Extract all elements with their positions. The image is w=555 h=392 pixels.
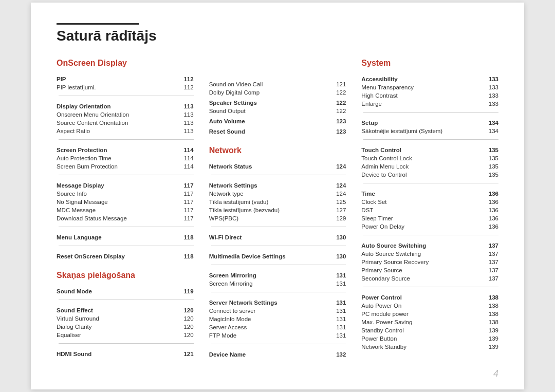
toc-item-row: Power On Delay136 xyxy=(361,222,498,231)
toc-header-row: Multimedia Device Settings130 xyxy=(209,250,346,260)
toc-header-row: Display Orientation113 xyxy=(57,100,194,110)
section-title: Skaņas pielāgošana xyxy=(57,271,194,280)
toc-item-label: Power Button xyxy=(361,334,481,343)
toc-item-row: Server Access131 xyxy=(209,323,346,331)
toc-item-row: High Contrast133 xyxy=(361,91,498,100)
toc-header-label: Auto Source Switching xyxy=(361,239,481,250)
toc-item-page: 120 xyxy=(163,314,193,323)
toc-item-label: Tīkla iestatījumi (vadu) xyxy=(209,198,328,206)
toc-item-page: 131 xyxy=(327,279,346,288)
toc-item-label: Clock Set xyxy=(361,198,481,206)
toc-item-row: PC module power138 xyxy=(361,310,498,318)
toc-item-page: 113 xyxy=(174,127,194,135)
toc-header-label: HDMI Sound xyxy=(57,348,163,358)
toc-item-page: 117 xyxy=(174,190,194,198)
toc-item-row: Source Info117 xyxy=(57,190,194,198)
middle-column: Sound on Video Call121Dolby Digital Comp… xyxy=(209,59,346,369)
toc-header-row: Time136 xyxy=(361,188,498,198)
toc-item-row: Download Status Message117 xyxy=(57,214,194,222)
toc-item-page: 133 xyxy=(481,83,498,91)
toc-header-label: Accessibility xyxy=(361,73,481,83)
toc-header-page: 131 xyxy=(327,269,346,279)
toc-header-row: Server Network Settings131 xyxy=(209,296,346,307)
toc-header-page: 130 xyxy=(327,231,346,241)
toc-header-row: Device Name132 xyxy=(209,348,346,359)
toc-item-page: 125 xyxy=(327,198,346,206)
toc-header-label: PIP xyxy=(57,73,174,83)
toc-item-label: No Signal Message xyxy=(57,198,174,206)
toc-item-page: 137 xyxy=(481,258,498,266)
toc-item-page: 131 xyxy=(327,323,346,331)
toc-item-row: Dolby Digital Comp122 xyxy=(209,88,346,97)
toc-item-page: 134 xyxy=(481,127,498,135)
toc-item-row: Primary Source Recovery137 xyxy=(361,258,498,266)
toc-item-page: 121 xyxy=(321,80,346,88)
toc-item-label: Tīkla iestatījums (bezvadu) xyxy=(209,206,328,214)
toc-table: Accessibility133Menu Transparency133High… xyxy=(361,73,498,351)
toc-header-page: 117 xyxy=(174,179,194,190)
toc-header-page: 120 xyxy=(163,304,193,314)
toc-header-row: Menu Language118 xyxy=(57,231,194,241)
toc-item-label: Touch Control Lock xyxy=(361,154,481,162)
toc-header-page: 135 xyxy=(481,144,498,154)
toc-table: Network Status124Network Settings124Netw… xyxy=(209,160,346,359)
toc-header-page: 124 xyxy=(327,160,346,171)
toc-item-label: Standby Control xyxy=(361,326,481,334)
toc-header-page: 124 xyxy=(327,179,346,190)
toc-item-page: 135 xyxy=(481,162,498,171)
toc-item-label: PC module power xyxy=(361,310,481,318)
toc-item-label: Enlarge xyxy=(361,100,481,108)
toc-header-label: Sound Effect xyxy=(57,304,163,314)
toc-item-row: Max. Power Saving138 xyxy=(361,318,498,326)
toc-item-label: Device to Control xyxy=(361,171,481,179)
toc-item-row: Equaliser120 xyxy=(57,331,194,339)
toc-item-page: 131 xyxy=(327,331,346,340)
toc-header-label: Menu Language xyxy=(57,231,174,241)
toc-header-row: Network Settings124 xyxy=(209,179,346,190)
page-number: 4 xyxy=(493,368,498,379)
toc-header-label: Reset OnScreen Display xyxy=(57,250,174,260)
toc-item-label: Sākotnējie iestatījumi (System) xyxy=(361,127,481,135)
toc-item-row: WPS(PBC)129 xyxy=(209,214,346,222)
toc-item-row: Connect to server131 xyxy=(209,307,346,315)
toc-item-row: PIP iestatījumi.112 xyxy=(57,83,194,91)
toc-header-page: 132 xyxy=(327,348,346,359)
toc-item-row: Dialog Clarity120 xyxy=(57,323,194,331)
toc-item-page: 133 xyxy=(481,91,498,100)
toc-item-page: 114 xyxy=(174,162,194,171)
toc-item-page: 122 xyxy=(321,107,346,115)
toc-item-label: DST xyxy=(361,206,481,214)
toc-header-page: 133 xyxy=(481,73,498,83)
toc-item-label: Source Info xyxy=(57,190,174,198)
toc-item-label: Aspect Ratio xyxy=(57,127,174,135)
section-block: OnScreen DisplayPIP112PIP iestatījumi.11… xyxy=(57,59,194,260)
toc-item-page: 131 xyxy=(327,315,346,323)
toc-item-row: MDC Message117 xyxy=(57,206,194,214)
toc-item-label: PIP iestatījumi. xyxy=(57,83,174,91)
toc-table: Sound Mode119Sound Effect120Virtual Surr… xyxy=(57,285,194,358)
toc-header-label: Message Display xyxy=(57,179,174,190)
toc-header-page: 121 xyxy=(163,348,193,358)
toc-item-label: Auto Protection Time xyxy=(57,154,174,162)
toc-item-row: Clock Set136 xyxy=(361,198,498,206)
toc-item-row: FTP Mode131 xyxy=(209,331,346,340)
toc-header-label: Wi-Fi Direct xyxy=(209,231,328,241)
toc-item-row: Speaker Settings122 xyxy=(209,97,346,107)
toc-item-label: Menu Transparency xyxy=(361,83,481,91)
toc-header-row: Setup134 xyxy=(361,117,498,127)
toc-item-row: MagicInfo Mode131 xyxy=(209,315,346,323)
toc-item-label: Auto Source Switching xyxy=(361,250,481,258)
toc-item-label: Primary Source xyxy=(361,266,481,274)
toc-header-label: Sound Mode xyxy=(57,285,163,295)
toc-item-row: Menu Transparency133 xyxy=(361,83,498,91)
toc-header-label: Network Status xyxy=(209,160,328,171)
toc-item-page: 117 xyxy=(174,214,194,222)
toc-item-label: Sleep Timer xyxy=(361,214,481,222)
toc-header-label: Multimedia Device Settings xyxy=(209,250,328,260)
toc-item-row: Aspect Ratio113 xyxy=(57,127,194,135)
toc-item-row: Auto Protection Time114 xyxy=(57,154,194,162)
toc-header-label: Power Control xyxy=(361,291,481,302)
toc-header-page: 131 xyxy=(327,296,346,307)
toc-header-row: Sound Effect120 xyxy=(57,304,194,314)
toc-header-label: Display Orientation xyxy=(57,100,174,110)
